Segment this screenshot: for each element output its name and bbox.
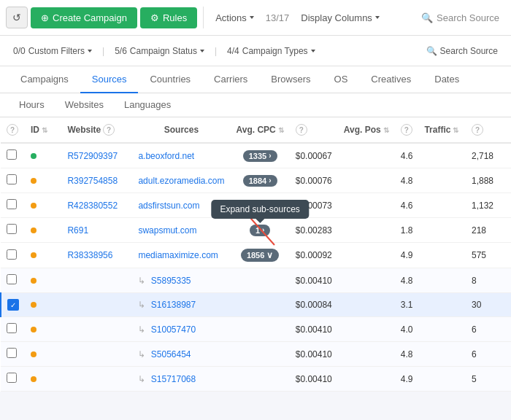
row-website-2[interactable]: adsfirstsun.com (132, 193, 230, 218)
search-source-button[interactable]: 🔍 Search Source (415, 8, 505, 28)
sources-badge-0: 1335 › (243, 150, 277, 162)
col-info3-icon[interactable]: ? (472, 124, 483, 136)
row-id-0[interactable]: R572909397 (61, 143, 132, 168)
row-traffic-0: 2,718 (466, 143, 499, 168)
tab-campaigns[interactable]: Campaigns (9, 66, 80, 93)
tab-browsers[interactable]: Browsers (259, 66, 322, 93)
table-row: R392754858 adult.ezoramedia.com 1884 › $… (1, 168, 511, 193)
table-row: ↳ S16138987 $0.00084 3.1 30 (1, 293, 511, 317)
campaign-status-button[interactable]: 5/6 Campaign Status (110, 43, 209, 59)
filter-separator-2: | (215, 46, 217, 56)
filter-search-source-button[interactable]: 🔍 Search Source (422, 43, 502, 59)
tab-os[interactable]: OS (323, 66, 360, 93)
row-id-6[interactable]: ↳ S16138987 (132, 293, 230, 317)
row-info3-8 (499, 342, 511, 367)
col-header-id[interactable]: ID ⇅ (25, 117, 61, 143)
actions-button[interactable]: Actions (210, 8, 260, 28)
row-info1-4 (338, 243, 395, 268)
row-id-5[interactable]: ↳ S5895335 (132, 268, 230, 293)
row-status-7 (25, 317, 61, 342)
row-check-8[interactable] (1, 342, 25, 367)
tab-sources[interactable]: Sources (80, 66, 139, 93)
row-website-4[interactable]: mediamaximize.com (132, 243, 230, 268)
rules-label: Rules (163, 12, 187, 23)
subtab-hours[interactable]: Hours (9, 93, 55, 117)
sources-badge-3[interactable]: 1 › (250, 225, 270, 236)
row-traffic-4: 575 (466, 243, 499, 268)
campaign-type-chevron-icon (311, 50, 315, 52)
row-check-1[interactable] (1, 168, 25, 193)
row-id-3[interactable]: R691 (61, 218, 132, 243)
gear-icon: ⚙ (150, 12, 159, 23)
campaign-status-chevron-icon (200, 50, 204, 52)
col-header-info1: ? (290, 117, 338, 143)
col-website-help-icon[interactable]: ? (103, 124, 115, 136)
col-avgpos-sort-icon[interactable]: ⇅ (383, 126, 389, 134)
subtab-languages[interactable]: Languages (114, 93, 181, 117)
col-info2-icon[interactable]: ? (401, 124, 412, 136)
create-campaign-button[interactable]: ⊕ Create Campaign (31, 7, 137, 28)
tab-creatives[interactable]: Creatives (359, 66, 423, 93)
custom-filter-chevron-icon (88, 50, 92, 52)
row-avgpos-3: 1.8 (395, 218, 419, 243)
row-info2-6 (418, 293, 466, 317)
col-id-sort-icon[interactable]: ⇅ (42, 126, 47, 134)
tab-countries[interactable]: Countries (138, 66, 202, 93)
row-sources-1[interactable]: 1884 › (231, 168, 290, 193)
row-avgpos-1: 4.8 (395, 168, 419, 193)
row-status-9 (25, 367, 61, 392)
display-columns-button[interactable]: Display Columns (295, 8, 385, 28)
row-info3-5 (499, 268, 511, 293)
row-check-blue-6[interactable] (7, 299, 19, 311)
row-traffic-9: 5 (466, 367, 499, 392)
col-info1-icon[interactable]: ? (296, 124, 307, 136)
row-check-7[interactable] (1, 317, 25, 342)
row-website-0[interactable]: a.beoxford.net (132, 143, 230, 168)
tab-dates[interactable]: Dates (423, 66, 471, 93)
campaign-types-button[interactable]: 4/4 Campaign Types (223, 43, 320, 59)
row-id-1[interactable]: R392754858 (61, 168, 132, 193)
row-sources-0[interactable]: 1335 › (231, 143, 290, 168)
sources-badge-4[interactable]: 1856 ∨ (241, 249, 279, 262)
row-id-7[interactable]: ↳ S10057470 (132, 317, 230, 342)
row-check-5[interactable] (1, 268, 25, 293)
row-id-4[interactable]: R38338956 (61, 243, 132, 268)
col-header-avgpos[interactable]: Avg. Pos ⇅ (338, 117, 395, 143)
row-id-8[interactable]: ↳ S5056454 (132, 342, 230, 367)
row-sources-2[interactable]: 1031 › (231, 193, 290, 218)
row-id-2[interactable]: R428380552 (61, 193, 132, 218)
row-info3-3 (499, 218, 511, 243)
col-header-website[interactable]: Website ? (61, 117, 132, 143)
row-avgpos-2: 4.6 (395, 193, 419, 218)
row-id-9[interactable]: ↳ S15717068 (132, 367, 230, 392)
row-sub-icon-9 (61, 367, 132, 392)
row-check-3[interactable] (1, 218, 25, 243)
row-check-2[interactable] (1, 193, 25, 218)
col-header-traffic[interactable]: Traffic ⇅ (418, 117, 466, 143)
col-traffic-sort-icon[interactable]: ⇅ (453, 126, 458, 134)
row-sources-4[interactable]: 1856 ∨ (231, 243, 290, 268)
custom-filters-button[interactable]: 0/0 Custom Filters (9, 43, 96, 59)
row-info3-1 (499, 168, 511, 193)
col-header-avgcpc[interactable]: Avg. CPC ⇅ (231, 117, 290, 143)
row-check-4[interactable] (1, 243, 25, 268)
col-header-sources: Sources (132, 117, 230, 143)
col-avgcpc-sort-icon[interactable]: ⇅ (278, 126, 284, 134)
expand-chevron-icon: ∨ (266, 250, 273, 260)
rules-button[interactable]: ⚙ Rules (140, 7, 197, 28)
table-help-icon[interactable]: ? (7, 124, 18, 136)
refresh-button[interactable]: ↺ (6, 7, 28, 28)
row-info3-2 (499, 193, 511, 218)
tab-carriers[interactable]: Carriers (202, 66, 259, 93)
row-check-6[interactable] (1, 293, 25, 317)
row-status-8 (25, 342, 61, 367)
row-check-9[interactable] (1, 367, 25, 392)
row-avgpos-5: 4.8 (395, 268, 419, 293)
row-check-0[interactable] (1, 143, 25, 168)
row-website-3[interactable]: swapsmut.com (132, 218, 230, 243)
subtab-websites[interactable]: Websites (55, 93, 114, 117)
row-sources-3[interactable]: 1 › Expand sub-sources (231, 218, 290, 243)
table-row: R428380552 adsfirstsun.com 1031 › $0.000… (1, 193, 511, 218)
row-info2-5 (418, 268, 466, 293)
row-website-1[interactable]: adult.ezoramedia.com (132, 168, 230, 193)
